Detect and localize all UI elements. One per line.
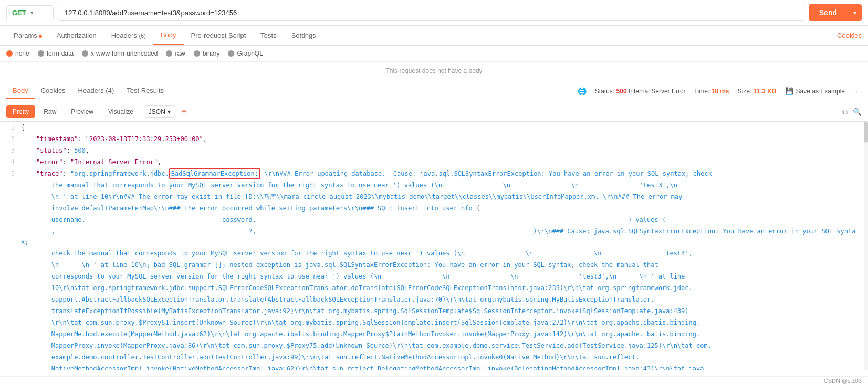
resp-tab-body[interactable]: Body bbox=[6, 83, 35, 99]
tab-headers-label: Headers (6) bbox=[111, 31, 146, 39]
size-value: 11.3 KB bbox=[754, 88, 777, 95]
response-status: 🌐 Status: 500 Internal Server Error Time… bbox=[578, 87, 862, 95]
radio-form-data[interactable]: form-data bbox=[38, 50, 74, 57]
radio-graphql-circle bbox=[228, 50, 234, 57]
code-line-2: 2 "timestamp": "2023-08-13T17:33:29.253+… bbox=[0, 133, 868, 145]
code-line-5-cont13: MapperMethod.execute(MapperMethod.java:6… bbox=[0, 328, 868, 340]
code-line-5-cont7: \n \n ' at line 10\n; bad SQL grammar []… bbox=[0, 259, 868, 271]
code-line-4: 4 "error": "Internal Server Error", bbox=[0, 156, 868, 168]
copy-icon[interactable]: ⧉ bbox=[842, 108, 848, 116]
search-icon[interactable]: 🔍 bbox=[853, 108, 862, 116]
tab-body[interactable]: Body bbox=[153, 26, 184, 45]
radio-raw[interactable]: raw bbox=[166, 50, 185, 57]
code-area[interactable]: 1 { 2 "timestamp": "2023-08-13T17:33:29.… bbox=[0, 122, 868, 370]
code-toolbar: Pretty Raw Preview Visualize JSON ▾ ≡ ⧉ … bbox=[0, 102, 868, 122]
code-line-5-cont1: the manual that corresponds to your MySQ… bbox=[0, 179, 868, 191]
tab-authorization[interactable]: Authorization bbox=[49, 26, 104, 45]
code-line-5-cont14: MapperProxy.invoke(MapperProxy.java:86)\… bbox=[0, 340, 868, 351]
request-tab-bar: Params Authorization Headers (6) Body Pr… bbox=[0, 26, 868, 46]
save-as-example-button[interactable]: 💾 Save as Example bbox=[785, 87, 845, 95]
tab-settings-label: Settings bbox=[291, 31, 316, 39]
code-line-1: 1 { bbox=[0, 122, 868, 133]
code-line-5-cont8: corresponds to your MySQL server version… bbox=[0, 271, 868, 282]
resp-tab-test-results[interactable]: Test Results bbox=[120, 83, 170, 99]
url-bar: GET ▾ Send ▾ bbox=[0, 0, 868, 26]
tab-tests[interactable]: Tests bbox=[253, 26, 284, 45]
tab-prerequest[interactable]: Pre-request Script bbox=[184, 26, 254, 45]
radio-binary[interactable]: binary bbox=[194, 50, 220, 57]
toolbar-right: ⧉ 🔍 bbox=[842, 108, 862, 116]
code-line-5-cont2: \n ' at line 10\r\n### The error may exi… bbox=[0, 191, 868, 202]
code-line-5-cont10: support.AbstractFallbackSQLExceptionTran… bbox=[0, 294, 868, 305]
code-line-5: 5 "trace": "org.springframework.jdbc.Bad… bbox=[0, 168, 868, 179]
radio-raw-circle bbox=[166, 50, 172, 57]
tab-params[interactable]: Params bbox=[6, 26, 49, 45]
view-visualize[interactable]: Visualize bbox=[102, 105, 140, 118]
code-line-5-cont4: username, password, ) values ( bbox=[0, 214, 868, 226]
scrollbar-track[interactable] bbox=[864, 122, 868, 370]
params-dot bbox=[39, 35, 42, 38]
send-button[interactable]: Send ▾ bbox=[809, 4, 862, 21]
code-line-5-cont11: translateExceptionIfPossible(MyBatisExce… bbox=[0, 305, 868, 317]
tab-params-label: Params bbox=[14, 31, 37, 39]
status-text: Internal Server Error bbox=[629, 88, 686, 95]
radio-graphql[interactable]: GraphQL bbox=[228, 50, 263, 57]
url-input[interactable] bbox=[58, 5, 804, 21]
format-chevron-icon: ▾ bbox=[168, 108, 171, 115]
status-label: Status: 500 Internal Server Error bbox=[595, 88, 686, 95]
radio-form-data-circle bbox=[38, 50, 44, 57]
method-label: GET bbox=[12, 9, 26, 17]
save-icon: 💾 bbox=[785, 87, 793, 95]
status-code: 500 bbox=[616, 88, 629, 95]
code-line-5-cont9: 10\r\n\tat org.springframework.jdbc.supp… bbox=[0, 282, 868, 294]
radio-none-circle bbox=[6, 50, 13, 57]
code-line-5-cont12: \r\n\tat com.sun.proxy.$Proxy61.insert(U… bbox=[0, 317, 868, 328]
tab-prerequest-label: Pre-request Script bbox=[191, 31, 246, 39]
radio-binary-circle bbox=[194, 50, 200, 57]
radio-none[interactable]: none bbox=[6, 50, 29, 57]
globe-icon: 🌐 bbox=[578, 87, 587, 95]
method-chevron-icon: ▾ bbox=[30, 10, 33, 16]
code-line-5-cont6: check the manual that corresponds to you… bbox=[0, 248, 868, 259]
radio-urlencoded[interactable]: x-www-form-urlencoded bbox=[82, 50, 158, 57]
format-select[interactable]: JSON ▾ bbox=[144, 105, 175, 118]
view-pretty[interactable]: Pretty bbox=[6, 105, 35, 118]
response-tabs: Body Cookies Headers (4) Test Results bbox=[6, 83, 170, 99]
no-body-notice: This request does not have a body bbox=[0, 62, 868, 80]
more-options-button[interactable]: ··· bbox=[853, 88, 862, 95]
resp-tab-headers[interactable]: Headers (4) bbox=[72, 83, 121, 99]
body-type-bar: none form-data x-www-form-urlencoded raw… bbox=[0, 46, 868, 62]
code-line-5-cont3: involve defaultParameterMap\r\n### The e… bbox=[0, 202, 868, 214]
method-select[interactable]: GET ▾ bbox=[6, 5, 54, 20]
highlighted-exception: BadSqlGrammarException: bbox=[169, 168, 260, 179]
resp-tab-cookies[interactable]: Cookies bbox=[35, 83, 72, 99]
tab-tests-label: Tests bbox=[260, 31, 276, 39]
send-label: Send bbox=[809, 4, 848, 21]
view-raw[interactable]: Raw bbox=[37, 105, 62, 118]
filter-icon[interactable]: ≡ bbox=[182, 107, 186, 116]
radio-urlencoded-circle bbox=[82, 50, 88, 57]
scrollbar-thumb[interactable] bbox=[864, 122, 868, 143]
send-dropdown-arrow[interactable]: ▾ bbox=[848, 5, 862, 20]
view-preview[interactable]: Preview bbox=[65, 105, 100, 118]
tab-settings[interactable]: Settings bbox=[284, 26, 323, 45]
code-line-3: 3 "status": 500, bbox=[0, 145, 868, 156]
tab-headers[interactable]: Headers (6) bbox=[104, 26, 153, 45]
time-value: 18 ms bbox=[712, 88, 729, 95]
code-line-5-cont5: , ?, )\r\n### Cause: java.sql.SQLSyntaxE… bbox=[0, 226, 868, 248]
tab-body-label: Body bbox=[161, 31, 176, 39]
code-line-5-cont15: example.demo.controller.TestController.a… bbox=[0, 351, 868, 363]
response-header: Body Cookies Headers (4) Test Results 🌐 … bbox=[0, 80, 868, 102]
size-label: Size: 11.3 KB bbox=[738, 88, 777, 95]
time-label: Time: 18 ms bbox=[694, 88, 729, 95]
code-line-5-cont16: NativeMethodAccessorImpl.invoke(NativeMe… bbox=[0, 363, 868, 370]
tab-cookies[interactable]: Cookies bbox=[837, 31, 862, 39]
tab-authorization-label: Authorization bbox=[57, 31, 97, 39]
